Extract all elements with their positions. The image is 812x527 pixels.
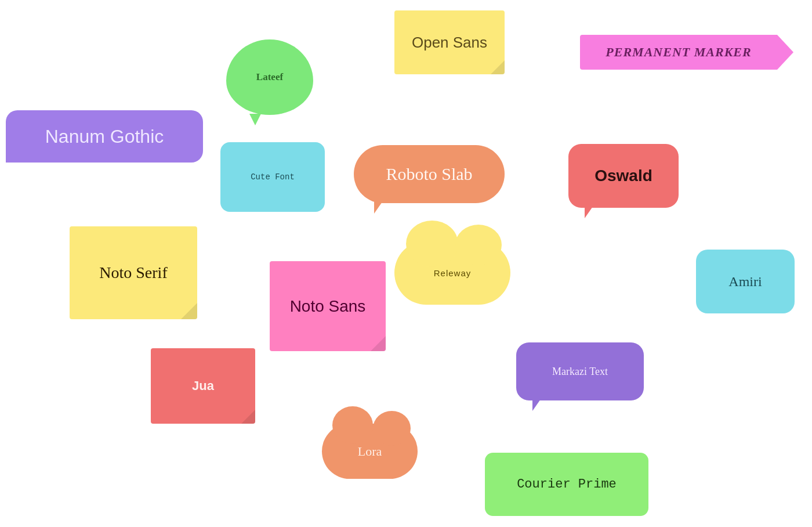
roboto-slab-label: Roboto Slab [375,158,483,190]
lateef-label: Lateef [246,66,293,89]
amiri-label: Amiri [718,268,772,295]
noto-serif-sticky[interactable]: Noto Serif [70,226,197,319]
cute-font-box[interactable]: Cute Font [220,142,325,212]
noto-sans-sticky[interactable]: Noto Sans [270,261,386,351]
lora-label: Lora [347,438,393,465]
permanent-marker-label: Permanent Marker [595,39,762,66]
noto-serif-label: Noto Serif [89,258,177,288]
courier-prime-box[interactable]: Courier Prime [485,453,648,516]
jua-label: Jua [182,373,224,399]
roboto-slab-bubble[interactable]: Roboto Slab [354,145,505,203]
lora-cloud[interactable]: Lora [322,424,418,479]
amiri-box[interactable]: Amiri [696,250,795,313]
open-sans-label: Open Sans [401,28,498,57]
oswald-label: Oswald [584,161,663,191]
releway-label: Releway [423,262,482,284]
markazi-label: Markazi Text [542,360,618,384]
open-sans-sticky[interactable]: Open Sans [394,10,505,74]
releway-cloud[interactable]: Releway [394,241,510,305]
oswald-bubble[interactable]: Oswald [568,144,679,208]
nanum-gothic-label: Nanum Gothic [35,120,175,153]
markazi-bubble[interactable]: Markazi Text [516,342,644,400]
jua-sticky[interactable]: Jua [151,348,255,424]
lateef-bubble[interactable]: Lateef [226,39,313,115]
courier-prime-label: Courier Prime [506,471,627,497]
cute-font-label: Cute Font [240,167,305,187]
noto-sans-label: Noto Sans [280,291,376,322]
permanent-marker-tag[interactable]: Permanent Marker [580,35,777,70]
nanum-gothic-bubble[interactable]: Nanum Gothic [6,110,203,163]
